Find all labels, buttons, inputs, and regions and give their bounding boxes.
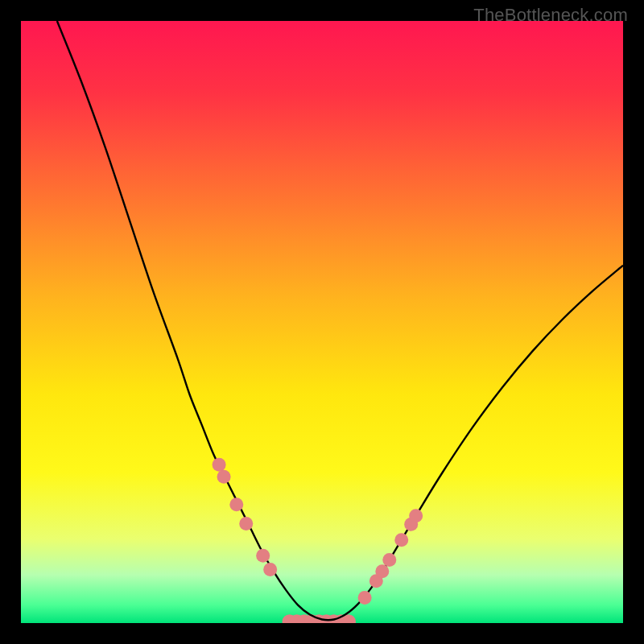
curve-marker bbox=[229, 497, 243, 511]
curve-marker bbox=[217, 470, 231, 484]
curve-marker bbox=[394, 533, 408, 547]
chart-svg bbox=[21, 21, 623, 623]
curve-marker bbox=[358, 591, 372, 605]
curve-marker bbox=[263, 563, 277, 576]
curve-marker bbox=[382, 553, 396, 567]
curve-marker bbox=[409, 509, 423, 522]
curve-marker bbox=[256, 549, 270, 563]
plot-area bbox=[21, 21, 623, 623]
chart-background bbox=[21, 21, 623, 623]
curve-marker bbox=[375, 564, 389, 578]
chart-outer-frame: TheBottleneck.com bbox=[0, 0, 644, 644]
curve-marker bbox=[213, 458, 226, 472]
watermark-text: TheBottleneck.com bbox=[473, 5, 628, 26]
curve-marker bbox=[239, 517, 253, 530]
